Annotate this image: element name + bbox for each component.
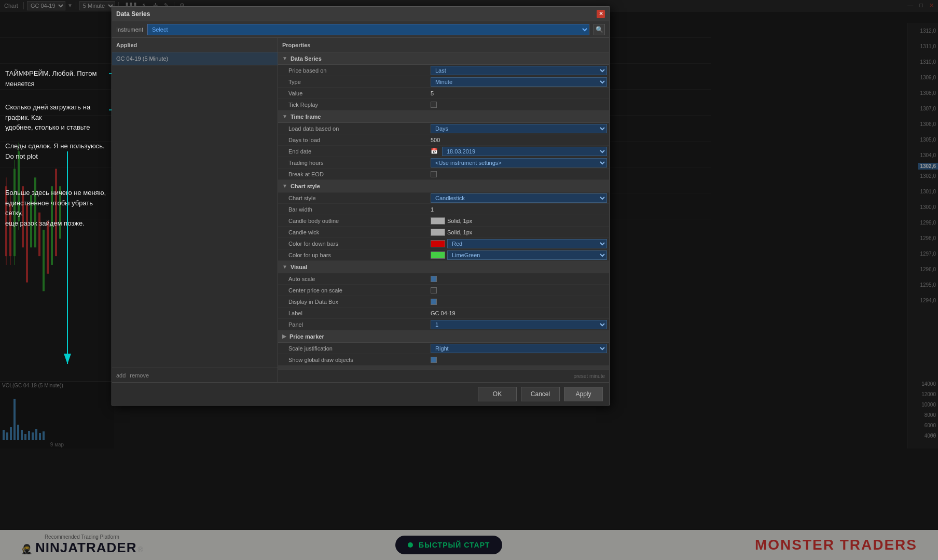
prop-color-up-bars: Color for up bars LimeGreen: [278, 249, 609, 261]
cancel-button[interactable]: Cancel: [521, 387, 560, 401]
prop-label-load-data: Load data based on: [278, 125, 429, 132]
dialog-body: Applied GC 04-19 (5 Minute) add remove P…: [112, 38, 609, 382]
select-color-up-bars[interactable]: LimeGreen: [447, 250, 607, 260]
select-type[interactable]: Minute: [431, 77, 607, 87]
section-time-frame[interactable]: ▼ Time frame: [278, 110, 609, 123]
prop-value-color-down-bars: Red: [429, 239, 609, 248]
prop-label-price-based-on: Price based on: [278, 67, 429, 74]
select-scale-justification[interactable]: Right: [431, 344, 607, 353]
text-days-to-load: 500: [431, 137, 440, 143]
prop-label-bar-width: Bar width: [278, 206, 429, 213]
properties-header: Properties: [278, 38, 609, 52]
prop-value-end-date: 📅 18.03.2019: [429, 147, 609, 156]
prop-value-days-to-load: 500: [429, 137, 609, 143]
checkbox-tick-replay[interactable]: [431, 102, 437, 108]
properties-footer: preset minute: [278, 370, 609, 382]
text-candle-body-outline: Solid, 1px: [447, 218, 472, 224]
search-instrument-button[interactable]: 🔍: [594, 24, 605, 35]
dialog-left-panel: Applied GC 04-19 (5 Minute) add remove: [112, 38, 278, 382]
select-price-based-on[interactable]: Last: [431, 66, 607, 75]
prop-label-candle-wick: Candle wick: [278, 229, 429, 235]
prop-label-scale-justification: Scale justification: [278, 345, 429, 352]
prop-panel: Panel 1: [278, 319, 609, 330]
select-color-down-bars[interactable]: Red: [447, 239, 607, 248]
prop-value-display-databox: [429, 299, 609, 305]
apply-button[interactable]: Apply: [564, 387, 603, 401]
prop-value-auto-scale: [429, 276, 609, 282]
color-up-bars[interactable]: [431, 251, 445, 259]
section-trading-hours-break-line[interactable]: ▶ Trading hours break line: [278, 366, 609, 370]
prop-label: Label GC 04-19: [278, 307, 609, 319]
prop-label-candle-body-outline: Candle body outline: [278, 218, 429, 224]
prop-value-type: Minute: [429, 77, 609, 87]
prop-value: Value 5: [278, 88, 609, 99]
triangle-time-frame: ▼: [282, 114, 287, 119]
prop-value-label: GC 04-19: [429, 310, 609, 316]
prop-tick-replay: Tick Replay: [278, 99, 609, 110]
prop-end-date: End date 📅 18.03.2019: [278, 146, 609, 157]
prop-label-color-down-bars: Color for down bars: [278, 241, 429, 247]
applied-empty: [112, 65, 278, 368]
prop-value-candle-body-outline: Solid, 1px: [429, 217, 609, 225]
prop-label-break-at-eod: Break at EOD: [278, 171, 429, 177]
instrument-row: Instrument Select 🔍: [112, 21, 609, 38]
prop-candle-wick: Candle wick Solid, 1px: [278, 227, 609, 238]
prop-label-chart-style: Chart style: [278, 195, 429, 201]
prop-value-bar-width: 1: [429, 206, 609, 213]
section-data-series-label: Data Series: [291, 55, 322, 62]
section-price-marker-label: Price marker: [289, 333, 324, 340]
prop-value-chart-style: Candlestick: [429, 193, 609, 203]
prop-value-color-up-bars: LimeGreen: [429, 250, 609, 260]
section-data-series[interactable]: ▼ Data Series: [278, 52, 609, 65]
prop-label-show-global-draw: Show global draw objects: [278, 357, 429, 363]
checkbox-show-global-draw[interactable]: [431, 357, 437, 363]
section-chart-style[interactable]: ▼ Chart style: [278, 180, 609, 192]
checkbox-break-at-eod[interactable]: [431, 171, 437, 177]
checkbox-center-price[interactable]: [431, 287, 437, 293]
prop-chart-style: Chart style Candlestick: [278, 192, 609, 204]
color-candle-body-outline[interactable]: [431, 217, 445, 225]
dialog-title: Data Series: [116, 10, 150, 18]
triangle-visual: ▼: [282, 264, 287, 270]
select-panel[interactable]: 1: [431, 320, 607, 329]
ok-button[interactable]: OK: [478, 387, 517, 401]
applied-footer: add remove: [112, 368, 278, 382]
prop-color-down-bars: Color for down bars Red: [278, 238, 609, 249]
instrument-dropdown[interactable]: Select: [147, 24, 589, 35]
prop-type: Type Minute: [278, 76, 609, 88]
properties-scroll[interactable]: ▼ Data Series Price based on Last Type M…: [278, 52, 609, 370]
select-chart-style[interactable]: Candlestick: [431, 193, 607, 203]
prop-trading-hours: Trading hours <Use instrument settings>: [278, 157, 609, 169]
prop-display-databox: Display in Data Box: [278, 296, 609, 307]
section-chart-style-label: Chart style: [291, 183, 320, 189]
checkbox-auto-scale[interactable]: [431, 276, 437, 282]
section-visual[interactable]: ▼ Visual: [278, 261, 609, 273]
section-time-frame-label: Time frame: [291, 114, 321, 120]
add-button[interactable]: add: [116, 372, 126, 379]
text-value: 5: [431, 90, 434, 96]
text-bar-width: 1: [431, 206, 434, 213]
prop-price-based-on: Price based on Last: [278, 65, 609, 76]
section-price-marker[interactable]: ▶ Price marker: [278, 330, 609, 343]
applied-header: Applied: [112, 38, 278, 52]
prop-label-end-date: End date: [278, 148, 429, 155]
prop-label-color-up-bars: Color for up bars: [278, 252, 429, 258]
triangle-data-series: ▼: [282, 55, 287, 61]
checkbox-display-databox[interactable]: [431, 299, 437, 305]
prop-scale-justification: Scale justification Right: [278, 343, 609, 354]
prop-value-load-data: Days: [429, 124, 609, 133]
remove-button[interactable]: remove: [130, 372, 149, 379]
select-load-data[interactable]: Days: [431, 124, 607, 133]
instrument-label: Instrument: [116, 26, 143, 33]
prop-value-price-based-on: Last: [429, 66, 609, 75]
color-down-bars[interactable]: [431, 240, 445, 247]
select-trading-hours[interactable]: <Use instrument settings>: [431, 158, 607, 167]
prop-break-at-eod: Break at EOD: [278, 169, 609, 180]
dialog-titlebar: Data Series ✕: [112, 7, 609, 21]
prop-value-tick-replay: [429, 102, 609, 108]
prop-value-panel: 1: [429, 320, 609, 329]
dialog-close-button[interactable]: ✕: [597, 10, 605, 18]
select-end-date[interactable]: 18.03.2019: [442, 147, 607, 156]
applied-item[interactable]: GC 04-19 (5 Minute): [112, 52, 278, 65]
color-candle-wick[interactable]: [431, 229, 445, 236]
